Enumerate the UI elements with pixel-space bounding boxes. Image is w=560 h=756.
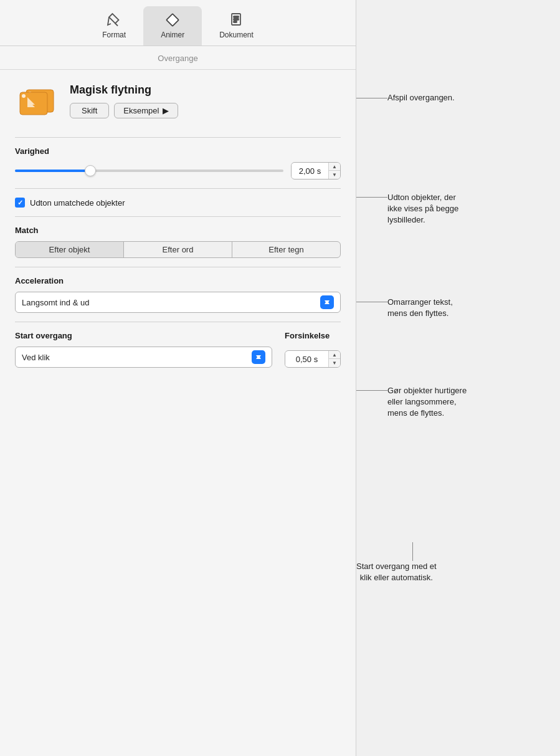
duration-slider[interactable] — [15, 165, 283, 177]
bottom-section: Start overgang Ved klik Forsinkelse — [15, 331, 341, 368]
format-label: Format — [102, 31, 126, 39]
annotation-play-text: Afspil overgangen. — [387, 92, 455, 103]
annotation-fade: Udton objekter, der ikke vises på begge … — [356, 192, 458, 226]
paintbrush-icon — [105, 11, 123, 29]
inspector-panel: Format Animer — [0, 0, 356, 756]
match-segmented: Efter objekt Efter ord Efter tegn — [15, 241, 341, 258]
varighed-label: Varighed — [15, 146, 341, 156]
transition-buttons: Skift Eksempel ▶ — [70, 103, 178, 118]
match-tegn-btn[interactable]: Efter tegn — [232, 242, 340, 257]
forsinkelse-section: Forsinkelse 0,50 s ▲ ▼ — [285, 331, 341, 368]
svg-rect-3 — [234, 16, 239, 17]
duration-value: 2,00 s — [292, 164, 328, 178]
annotation-fade-text: Udton objekter, der ikke vises på begge … — [387, 192, 458, 226]
annotation-vline-start — [412, 542, 413, 561]
toolbar: Format Animer — [0, 0, 356, 46]
forsinkelse-stepper[interactable]: 0,50 s ▲ ▼ — [285, 350, 341, 368]
eksempel-button[interactable]: Eksempel ▶ — [114, 103, 178, 118]
svg-point-11 — [22, 94, 26, 98]
annotation-accel: Gør objekter hurtigere eller langsommere… — [356, 385, 467, 419]
start-overgang-label: Start overgang — [15, 331, 272, 340]
svg-line-0 — [115, 24, 118, 26]
transition-info: Magisk flytning Skift Eksempel ▶ — [70, 84, 178, 118]
match-section: Match Efter objekt Efter ord Efter tegn — [15, 226, 341, 258]
transition-header: Magisk flytning Skift Eksempel ▶ — [15, 82, 341, 120]
annotation-accel-text: Gør objekter hurtigere eller langsommere… — [387, 385, 467, 419]
document-icon — [228, 11, 245, 29]
slider-thumb[interactable] — [85, 165, 96, 176]
annotation-rearrange: Omarranger tekst, mens den flyttes. — [356, 297, 453, 319]
checkbox-label: Udton umatchede objekter — [30, 198, 125, 208]
stepper-arrows: ▲ ▼ — [328, 163, 340, 179]
separator-1 — [15, 137, 341, 138]
slider-track — [15, 170, 283, 172]
svg-rect-4 — [234, 19, 239, 20]
acceleration-label: Acceleration — [15, 276, 341, 285]
duration-row: 2,00 s ▲ ▼ — [15, 162, 341, 179]
forsinkelse-label: Forsinkelse — [285, 331, 341, 340]
acceleration-value: Langsomt ind & ud — [22, 298, 320, 307]
match-label: Match — [15, 226, 341, 235]
udton-checkbox[interactable]: ✓ — [15, 198, 25, 208]
duration-stepper[interactable]: 2,00 s ▲ ▼ — [291, 162, 341, 179]
section-label: Overgange — [0, 46, 356, 70]
forsinkelse-up[interactable]: ▲ — [329, 351, 340, 359]
dokument-label: Dokument — [219, 31, 254, 39]
eksempel-label: Eksempel — [123, 106, 159, 115]
annotation-start-text: Start overgang med et klik eller automat… — [356, 561, 437, 583]
start-overgang-dropdown[interactable]: Ved klik — [15, 347, 272, 368]
tab-dokument[interactable]: Dokument — [202, 6, 271, 45]
separator-3 — [15, 216, 341, 217]
acceleration-dropdown[interactable]: Langsomt ind & ud — [15, 292, 341, 313]
transition-icon — [15, 82, 60, 120]
start-overgang-section: Start overgang Ved klik — [15, 331, 272, 368]
forsinkelse-stepper-arrows: ▲ ▼ — [328, 351, 340, 367]
diamond-icon — [164, 11, 181, 29]
start-overgang-value: Ved klik — [22, 353, 252, 362]
annotation-start: Start overgang med et klik eller automat… — [356, 561, 437, 583]
transition-title: Magisk flytning — [70, 84, 178, 97]
annotations-area: Afspil overgangen. Udton objekter, der i… — [356, 0, 560, 756]
checkbox-row: ✓ Udton umatchede objekter — [15, 198, 341, 208]
tab-animer[interactable]: Animer — [143, 6, 202, 45]
annotation-line-rearrange — [356, 302, 387, 302]
separator-5 — [15, 322, 341, 322]
separator-4 — [15, 267, 341, 267]
varighed-section: Varighed 2,00 s ▲ ▼ — [15, 146, 341, 179]
panel-content: Magisk flytning Skift Eksempel ▶ Varighe… — [0, 70, 356, 380]
acceleration-section: Acceleration Langsomt ind & ud — [15, 276, 341, 313]
app-container: Format Animer — [0, 0, 560, 756]
checkmark-icon: ✓ — [17, 199, 23, 207]
animer-label: Animer — [161, 31, 184, 39]
skift-button[interactable]: Skift — [70, 103, 109, 118]
annotation-rearrange-text: Omarranger tekst, mens den flyttes. — [387, 297, 453, 319]
annotation-play: Afspil overgangen. — [356, 92, 455, 103]
annotation-line-play — [356, 98, 387, 98]
forsinkelse-down[interactable]: ▼ — [329, 359, 340, 367]
annotation-line-accel — [356, 390, 387, 391]
tab-format[interactable]: Format — [85, 6, 143, 45]
dropdown-arrow-icon — [320, 295, 334, 309]
play-icon: ▶ — [163, 106, 169, 115]
svg-rect-5 — [234, 21, 237, 22]
match-objekt-btn[interactable]: Efter objekt — [16, 242, 124, 257]
forsinkelse-value: 0,50 s — [285, 352, 328, 366]
match-ord-btn[interactable]: Efter ord — [124, 242, 232, 257]
stepper-down[interactable]: ▼ — [329, 171, 340, 179]
annotation-line-fade — [356, 197, 387, 198]
stepper-up[interactable]: ▲ — [329, 163, 340, 171]
separator-2 — [15, 188, 341, 189]
slider-fill — [15, 170, 90, 172]
svg-rect-1 — [166, 14, 179, 26]
start-dropdown-arrow-icon — [252, 350, 265, 364]
